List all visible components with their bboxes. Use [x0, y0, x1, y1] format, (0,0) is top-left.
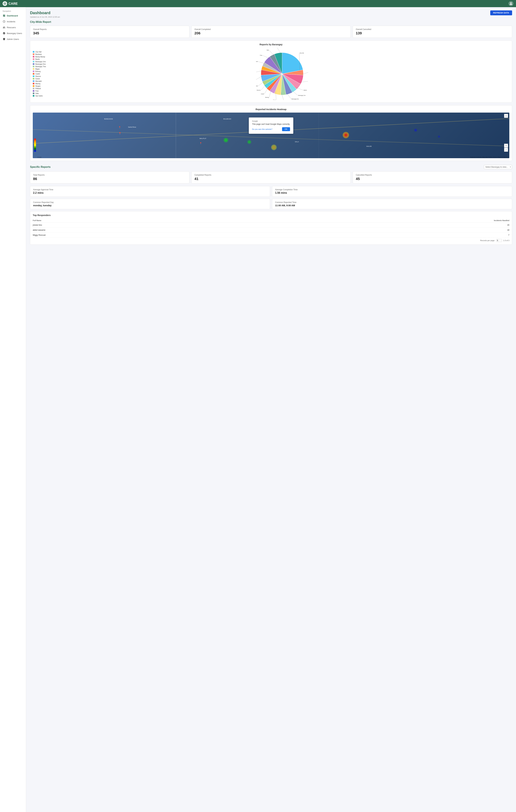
stat-card-cancelled-reports: Cancelled Reports 45	[353, 171, 512, 183]
specific-reports-header: Specific Reports Select Barangay to view…	[30, 165, 512, 169]
legend-label: Maring	[35, 83, 40, 85]
legend-item: Maring	[33, 83, 52, 85]
barangay-select[interactable]: Select Barangay to view...City HallBacla…	[484, 165, 512, 169]
legend-label: Niugan	[35, 85, 40, 87]
legend-item: Pittland	[33, 88, 52, 89]
legend-color	[33, 88, 34, 89]
stat-value-cancelled-reports: 45	[356, 177, 509, 181]
topbar: CARE	[0, 0, 516, 7]
legend-item: Barangay Uno	[33, 61, 52, 63]
legend-item: Baclaran	[33, 53, 52, 55]
map-zoom-out[interactable]: −	[504, 148, 508, 152]
sidebar-item-incidents[interactable]: Incidents	[0, 19, 26, 24]
map-zoom-in[interactable]: +	[504, 144, 508, 148]
sidebar-item-rescuers[interactable]: Rescuers	[0, 24, 26, 30]
svg-text:Bigaa: Bigaa	[273, 99, 276, 100]
table-row: jowaw bou16	[33, 223, 509, 228]
legend-item: San Isidro	[33, 95, 52, 97]
legend-color	[33, 83, 34, 84]
records-per-page-label: Records per page:	[480, 239, 495, 241]
legend-item: Sala	[33, 92, 52, 94]
records-per-page-select[interactable]: 5 10 25	[496, 239, 502, 242]
map-pin-1: 📍	[118, 132, 121, 135]
nav-label: Navigation	[0, 9, 26, 13]
stat-label-avg-approval: Average Approval Time	[33, 188, 267, 191]
map-label-sala: SALA	[295, 141, 299, 143]
specific-stat-cards-2col-2: Common Reported Day monday, tuesday Comm…	[30, 199, 512, 209]
heat-spot-4	[271, 145, 277, 150]
dialog-own-website-link[interactable]: Do you own this website?	[252, 128, 273, 130]
sidebar-item-barangay-users[interactable]: Barangay Users	[0, 30, 26, 36]
stat-card-avg-completion: Average Completion Time 1.56 mins	[272, 186, 512, 197]
legend-label: Bigaa	[35, 68, 39, 70]
map-attribution: Keyboard shortcuts | Map data ©2024 | Te…	[470, 156, 509, 158]
legend-item: Niugan	[33, 85, 52, 87]
refresh-button[interactable]: REFRESH DATA	[490, 10, 512, 15]
legend-item: City Hall	[33, 51, 52, 53]
dialog-ok-button[interactable]: OK	[282, 127, 290, 131]
responder-name: jowaw bou	[33, 223, 251, 228]
legend-item: Banay-Banay	[33, 56, 52, 58]
stat-card-avg-approval: Average Approval Time 2.2 mins	[30, 186, 270, 197]
stat-value-completed-reports: 41	[195, 177, 348, 181]
svg-text:Banlic: Banlic	[304, 90, 307, 91]
stat-value-common-time: 11:00 AM, 9:00 AM	[275, 204, 509, 207]
legend-item: Mamatid	[33, 80, 52, 82]
main-content: Dashboard REFRESH DATA Updated as of Jun…	[26, 7, 516, 812]
sidebar-item-dashboard[interactable]: Dashboard	[0, 13, 26, 19]
admin-users-label: Admin Users	[7, 38, 19, 40]
map-legend-bar	[34, 139, 36, 152]
legend-label: Pulo	[35, 90, 39, 92]
stat-value-overall-completed: 206	[195, 31, 348, 35]
legend-color	[33, 85, 34, 87]
col-incidents-handled: Incidents Handled	[251, 219, 509, 223]
heatmap-title: Reported Incidents Heatmap	[33, 108, 509, 111]
heatmap-card: Reported Incidents Heatmap BUNGAHAN BALI…	[30, 105, 512, 161]
user-avatar[interactable]	[509, 1, 513, 6]
legend-label: Butong	[35, 70, 40, 72]
admin-users-icon	[3, 38, 5, 40]
legend-color	[33, 66, 34, 67]
legend-item: Casile	[33, 73, 52, 75]
stat-label-common-day: Common Reported Day	[33, 201, 267, 203]
legend-color	[33, 61, 34, 62]
table-row: abdul wasame18	[33, 228, 509, 233]
map-fullscreen-button[interactable]	[504, 114, 508, 118]
svg-text:Pittland: Pittland	[256, 61, 258, 62]
legend-label: Sala	[35, 92, 39, 94]
responders-table: Full Name Incidents Handled jowaw bou16a…	[33, 219, 509, 238]
responder-name: abdul wasame	[33, 228, 251, 233]
stat-value-avg-completion: 1.56 mins	[275, 192, 509, 194]
legend-item: Pulo	[33, 90, 52, 92]
specific-stat-cards-2col-1: Average Approval Time 2.2 mins Average C…	[30, 186, 512, 197]
app-logo: CARE	[3, 1, 18, 6]
legend-item: Barangay Dos	[33, 63, 52, 65]
dashboard-label: Dashboard	[7, 14, 18, 17]
barangay-users-label: Barangay Users	[7, 32, 22, 34]
dashboard-header: Dashboard REFRESH DATA	[30, 10, 512, 15]
legend-color	[33, 68, 34, 70]
responder-count: 18	[251, 228, 509, 233]
rescuers-label: Rescuers	[7, 26, 16, 29]
stat-label-completed-reports: Completed Reports	[195, 174, 348, 176]
map-label-santa-rosa: Santa Rosa	[128, 126, 136, 128]
svg-text:Barangay Dos: Barangay Dos	[292, 98, 299, 100]
map-label-bungahan: BUNGAHAN	[104, 118, 113, 120]
table-footer: Records per page: 5 10 25 1-3 of 3	[33, 239, 509, 242]
heat-spot-6	[438, 135, 440, 138]
sidebar-item-admin-users[interactable]: Admin Users	[0, 36, 26, 42]
heat-spot-2	[224, 138, 228, 143]
dashboard-updated: Updated as of Jun 09, 2023 12:00 am	[30, 16, 512, 18]
stat-label-total-reports: Total Reports	[33, 174, 186, 176]
stat-label-cancelled-reports: Cancelled Reports	[356, 174, 509, 176]
records-select-wrapper: 5 10 25	[496, 239, 502, 242]
legend-item: Banlic	[33, 58, 52, 60]
heatmap-container: BUNGAHAN BALIBAGO Santa Rosa MALITLIT SA…	[33, 113, 509, 158]
barangay-select-wrapper: Select Barangay to view...City HallBacla…	[484, 165, 512, 169]
legend-color	[33, 76, 34, 77]
legend-color	[33, 73, 34, 75]
citywide-stat-cards: Overall Reports 345 Overall Completed 20…	[30, 26, 512, 38]
stat-label-overall-cancelled: Overall Cancelled	[356, 28, 509, 30]
pie-chart-card: Reports by Barangay City HallBaclaranBan…	[30, 40, 512, 103]
chart-title: Reports by Barangay	[33, 43, 509, 46]
